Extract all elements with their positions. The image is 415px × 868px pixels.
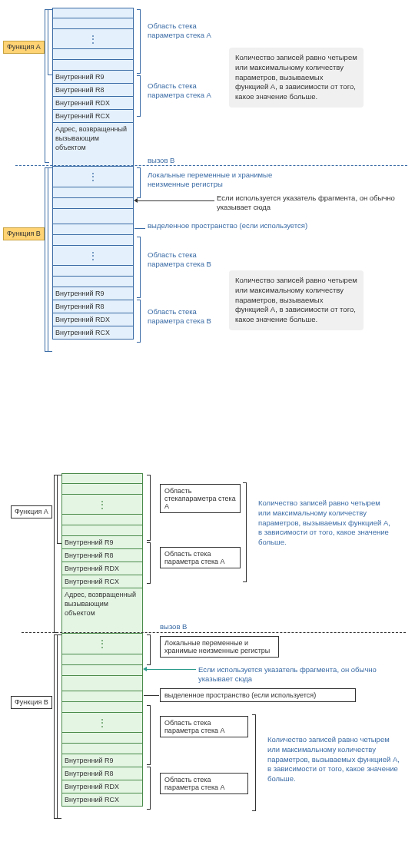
stack-cell-empty: [61, 525, 143, 536]
brace-a2-right: [150, 542, 151, 584]
stack-cell-empty: [52, 266, 134, 277]
alloca-line: [144, 695, 159, 696]
stack-cell-empty: [61, 691, 143, 702]
stack-cell-empty: [52, 18, 134, 29]
stack-col-a-top: ⋮ Внутренний R9 Внутренний R8 Внутренний…: [52, 8, 134, 171]
stack-cell-empty: [52, 60, 134, 71]
stack-cell-empty: [52, 277, 134, 287]
stack-cell-empty: [61, 733, 143, 744]
stack-cell-rdx: Внутренний RDX: [52, 313, 134, 326]
stack-cell-r8: Внутренний R8: [61, 767, 143, 780]
stack-cell-rdx: Внутренний RDX: [52, 97, 134, 110]
bracket-a-inner: [57, 475, 58, 544]
stack-cell-empty: [61, 515, 143, 525]
annot-fp: Если используется указатель фрагмента, о…: [198, 665, 406, 684]
brace-a2-right: [140, 75, 141, 117]
bracket-b-outer: [54, 634, 55, 819]
brace-b1-right: [140, 237, 141, 298]
vertical-dots-icon: ⋮: [88, 251, 98, 260]
brace-side-b: [255, 714, 256, 811]
stack-cell-empty: [52, 187, 134, 198]
stack-cell-rcx: Внутренний RCX: [52, 326, 134, 340]
annot-alloca: выделенное пространство (если использует…: [148, 221, 340, 230]
annot-stackA-1: Область стека параметра стека A: [148, 22, 217, 41]
brace-locals: [140, 167, 141, 198]
bracket-a-outer: [45, 9, 45, 163]
stack-cell-empty: [52, 198, 134, 209]
vertical-dots-icon: ⋮: [88, 35, 98, 44]
brace-a1-right: [140, 9, 141, 74]
annot-stackB-2: Область стека параметра стека B: [148, 307, 217, 326]
stack-cell-dots: ⋮: [61, 713, 143, 733]
stack-cell-dots: ⋮: [61, 495, 143, 515]
annot-alloca: выделенное пространство (если использует…: [160, 688, 356, 702]
stack-cell-r8: Внутренний R8: [61, 549, 143, 562]
annot-locals: Локальные переменные и хранимые неизменн…: [148, 171, 286, 190]
annot-fp: Если используется указатель фрагмента, о…: [217, 194, 405, 213]
bracket-b-outer: [45, 167, 45, 352]
vertical-dots-icon: ⋮: [98, 718, 108, 727]
stack-cell-r8: Внутренний R8: [52, 84, 134, 97]
stack-cell-empty: [52, 8, 134, 18]
annot-stackA-3: Область стека параметра стека A: [160, 716, 248, 737]
annot-stackA-1: Область стекапараметра стека A: [160, 484, 241, 513]
function-a-label: Функция A: [11, 505, 52, 518]
stack-cell-empty: [61, 665, 143, 676]
bracket-b-inner: [57, 634, 58, 819]
diagram-blue: Функция A ⋮ Внутренний R9 Внутренний R8 …: [0, 0, 415, 384]
brace-b2-right: [150, 767, 151, 810]
fp-line: [138, 200, 214, 201]
function-b-label: Функция B: [3, 227, 45, 240]
stack-cell-rdx: Внутренний RDX: [61, 780, 143, 793]
stack-col-a-top: ⋮ Внутренний R9 Внутренний R8 Внутренний…: [61, 473, 143, 636]
annot-stackA-2: Область стека параметра стека A: [148, 81, 217, 101]
diagram-green: Функция A ⋮ Внутренний R9 Внутренний R8 …: [0, 469, 415, 868]
annot-locals: Локальные переменные и хранимые неизменн…: [160, 636, 279, 658]
stack-cell-empty: [61, 676, 143, 691]
brace-b2-right: [140, 300, 141, 343]
call-b-label: вызов B: [148, 156, 174, 165]
function-a-label: Функция A: [3, 41, 45, 54]
stack-cell-dots: ⋮: [52, 29, 134, 49]
stack-col-b: ⋮ ⋮ Внутренний R9 Внутренний R8 Внутренн…: [52, 166, 134, 340]
brace-side-a: [246, 482, 247, 582]
vertical-dots-icon: ⋮: [98, 639, 108, 648]
stack-cell-rdx: Внутренний RDX: [61, 562, 143, 575]
vertical-dots-icon: ⋮: [88, 172, 98, 181]
bracket-a-outer: [54, 475, 55, 633]
stack-cell-empty: [52, 49, 134, 60]
stack-cell-dots: ⋮: [52, 166, 134, 187]
fp-line: [147, 669, 196, 670]
brace-b1-right: [150, 705, 151, 765]
stack-cell-empty: [52, 224, 134, 235]
vertical-dots-icon: ⋮: [98, 500, 108, 509]
stack-cell-r9: Внутренний R9: [61, 536, 143, 549]
annot-stackA-4: Область стека параметра стека A: [160, 773, 248, 794]
stack-cell-caller-ret: Адрес, возвращенный вызывающим объектом: [61, 588, 143, 636]
stack-cell-empty: [61, 484, 143, 495]
stack-cell-empty: [61, 654, 143, 665]
brace-a1-right: [150, 475, 151, 541]
stack-cell-empty: [61, 744, 143, 754]
sidenote-a: Количество записей равно четырем или мак…: [252, 493, 398, 553]
bracket-b-inner: [48, 167, 48, 352]
sidenote-b: Количество записей равно четырем или мак…: [261, 730, 407, 790]
stack-cell-empty: [52, 235, 134, 246]
stack-cell-r9: Внутренний R9: [52, 287, 134, 300]
call-b-label: вызов B: [160, 622, 187, 631]
stack-cell-r9: Внутренний R9: [61, 754, 143, 767]
stack-cell-caller-ret: Адрес, возвращенный вызывающим объектом: [52, 123, 134, 171]
stack-cell-dots: ⋮: [52, 246, 134, 266]
stack-cell-rcx: Внутренний RCX: [61, 793, 143, 807]
annot-stackB-1: Область стека параметра стека B: [148, 250, 217, 270]
stack-cell-empty: [61, 702, 143, 713]
stack-cell-r9: Внутренний R9: [52, 71, 134, 84]
stack-col-b: ⋮ ⋮ Внутренний R9 Внутренний R8 Внутренн…: [61, 633, 143, 807]
stack-cell-rcx: Внутренний RCX: [61, 575, 143, 588]
function-b-label: Функция B: [11, 696, 52, 709]
brace-locals: [150, 634, 151, 665]
stack-cell-empty: [52, 209, 134, 224]
sidenote-b: Количество записей равно четырем или мак…: [229, 270, 364, 330]
stack-cell-r8: Внутренний R8: [52, 300, 134, 313]
stack-cell-dots: ⋮: [61, 633, 143, 654]
